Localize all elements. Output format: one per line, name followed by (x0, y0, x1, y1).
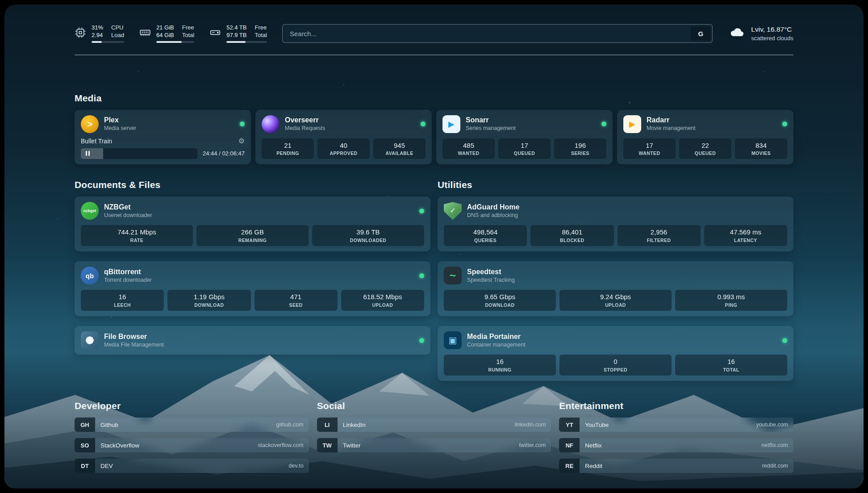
stat-label: UPLOAD (343, 302, 422, 309)
bookmark-youtube[interactable]: YTYouTubeyoutube.com (559, 418, 793, 432)
stat-value: 744.21 Mbps (83, 228, 191, 237)
service-card-sonarr[interactable]: ▶SonarrSeries management485WANTED17QUEUE… (436, 110, 613, 165)
bookmark-name: Github (100, 422, 118, 428)
bookmark-github[interactable]: GHGithubgithub.com (75, 418, 309, 432)
cpu-widget: 31% 2.94 CPU Load (75, 24, 124, 43)
stat-download: 1.19 GbpsDOWNLOAD (167, 290, 250, 311)
stat-value: 40 (319, 141, 368, 150)
now-playing-widget: Bullet Train⚙24:44 / 02:06:47 (81, 138, 245, 159)
plex-icon: > (81, 115, 99, 133)
stat-label: LEECH (83, 302, 162, 309)
service-card-qbittorrent[interactable]: qbqBittorrentTorrent downloader16LEECH1.… (75, 261, 430, 316)
service-card-nzbget[interactable]: nzbgetNZBGetUsenet downloader744.21 Mbps… (75, 196, 430, 251)
search-bar: G (282, 24, 713, 43)
memory-total-label: Total (182, 32, 194, 39)
bookmark-abbr: TW (317, 438, 338, 452)
topbar: 31% 2.94 CPU Load (75, 20, 793, 47)
now-playing-title: Bullet Train (81, 138, 112, 145)
dashboard: 31% 2.94 CPU Load (4, 4, 864, 489)
cloud-icon (728, 25, 746, 42)
stat-value: 618.52 Mbps (343, 292, 422, 301)
bookmark-name: Reddit (585, 463, 602, 469)
stat-seed: 471SEED (255, 290, 338, 311)
bookmark-abbr: DT (75, 459, 95, 473)
bookmark-abbr: YT (559, 418, 580, 432)
bookmark-url: linkedin.com (515, 422, 546, 428)
stat-label: LATENCY (706, 237, 785, 244)
service-card-overseerr[interactable]: OverseerrMedia Requests21PENDING40APPROV… (255, 110, 432, 165)
section-social: Social LILinkedInlinkedin.comTWTwittertw… (317, 401, 551, 452)
service-name: AdGuard Home (467, 203, 787, 212)
playback-progress-bar[interactable] (81, 148, 197, 159)
bookmark-netflix[interactable]: NFNetflixnetflix.com (559, 438, 793, 452)
disk-widget: 52.4 TB 97.9 TB Free Total (209, 24, 267, 43)
section-entertainment: Entertainment YTYouTubeyoutube.comNFNetf… (559, 401, 793, 473)
bookmark-abbr: GH (75, 418, 95, 432)
stat-value: 2,956 (619, 228, 699, 237)
stat-label: PING (677, 302, 785, 309)
stat-value: 1.19 Gbps (169, 292, 249, 301)
stat-label: REMAINING (198, 237, 307, 244)
service-card-plex[interactable]: >PlexMedia serverBullet Train⚙24:44 / 02… (75, 110, 251, 165)
pause-icon[interactable] (81, 151, 94, 156)
stat-label: APPROVED (319, 150, 368, 157)
service-card-adguard[interactable]: ✓AdGuard HomeDNS and adblocking498,564QU… (438, 196, 793, 251)
bookmark-stackoverflow[interactable]: SOStackOverflowstackoverflow.com (75, 438, 309, 452)
search-input[interactable] (282, 24, 713, 43)
status-dot-online (782, 121, 787, 126)
sonarr-icon: ▶ (442, 115, 460, 133)
stat-ping: 0.993 msPING (675, 290, 787, 311)
bookmark-reddit[interactable]: RERedditreddit.com (559, 459, 793, 473)
bookmark-url: reddit.com (762, 463, 788, 469)
bookmark-dev[interactable]: DTDEVdev.to (75, 459, 309, 473)
service-description: Usenet downloader (104, 212, 414, 219)
stat-label: MOVIES (737, 150, 785, 157)
stat-approved: 40APPROVED (317, 138, 370, 159)
settings-gear-icon[interactable]: ⚙ (238, 138, 245, 145)
stat-label: DOWNLOADED (314, 237, 422, 244)
stat-value: 39.6 TB (314, 228, 422, 237)
stat-label: QUEUED (681, 150, 730, 157)
stat-value: 498,564 (446, 228, 525, 237)
service-card-speedtest[interactable]: ~SpeedtestSpeedtest Tracking9.65 GbpsDOW… (438, 261, 793, 316)
service-card-radarr[interactable]: ▶RadarrMovie management17WANTED22QUEUED8… (617, 110, 793, 165)
bookmark-abbr: RE (559, 459, 580, 473)
status-dot-online (782, 338, 787, 343)
section-title-developer: Developer (75, 401, 309, 411)
portainer-icon: ▣ (444, 331, 462, 349)
disk-total-value: 97.9 TB (226, 32, 246, 39)
stat-value: 21 (263, 141, 312, 150)
service-description: Speedtest Tracking (467, 276, 787, 284)
service-description: Media File Management (104, 341, 414, 348)
stat-value: 17 (500, 141, 549, 150)
stat-queries: 498,564QUERIES (444, 225, 527, 246)
stat-label: FILTERED (619, 237, 699, 244)
stat-blocked: 86,401BLOCKED (530, 225, 613, 246)
search-provider-button[interactable]: G (691, 26, 710, 41)
stat-label: BLOCKED (532, 237, 612, 244)
stat-latency: 47.569 msLATENCY (704, 225, 787, 246)
stat-movies: 834MOVIES (735, 138, 787, 159)
bookmark-twitter[interactable]: TWTwittertwitter.com (317, 438, 551, 452)
service-card-portainer[interactable]: ▣Media PortainerContainer management16RU… (438, 326, 793, 381)
stat-pending: 21PENDING (262, 138, 314, 159)
status-dot-online (419, 273, 424, 278)
bookmark-name: LinkedIn (343, 422, 366, 428)
bookmark-name: YouTube (585, 422, 609, 428)
playback-time: 24:44 / 02:06:47 (203, 150, 245, 157)
hard-disk-icon (209, 27, 221, 40)
section-title-entertainment: Entertainment (559, 401, 793, 411)
service-card-filebrowser[interactable]: File BrowserMedia File Management (75, 326, 430, 355)
service-name: Speedtest (467, 267, 787, 276)
stat-value: 16 (677, 357, 785, 366)
bookmark-url: youtube.com (756, 422, 788, 428)
memory-free-value: 21 GiB (156, 24, 174, 32)
status-dot-online (419, 209, 424, 213)
status-dot-online (601, 121, 606, 126)
bookmark-name: StackOverflow (100, 442, 139, 449)
section-documents-files: Documents & Files nzbgetNZBGetUsenet dow… (75, 180, 430, 355)
nzbget-icon: nzbget (81, 202, 99, 220)
bookmark-linkedin[interactable]: LILinkedInlinkedin.com (317, 418, 551, 432)
stat-downloaded: 39.6 TBDOWNLOADED (312, 225, 424, 246)
bookmark-url: dev.to (289, 463, 304, 469)
